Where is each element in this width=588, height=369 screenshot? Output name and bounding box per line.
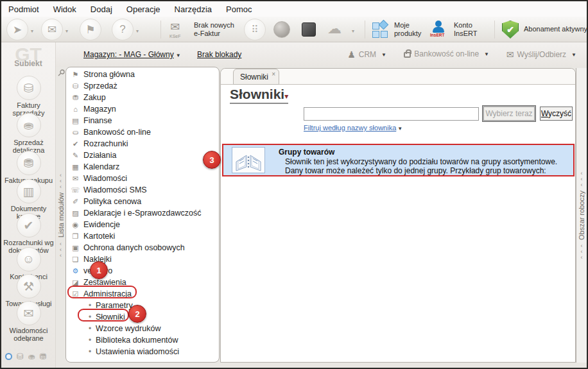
annotation-box-slowniki: [78, 309, 129, 322]
help-button[interactable]: ?: [112, 19, 134, 40]
slownik-search-input[interactable]: [304, 107, 479, 121]
bullet-icon: •: [87, 324, 93, 333]
navigate-caret-icon[interactable]: ▾: [31, 28, 33, 34]
tab-slowniki[interactable]: Słowniki ×: [233, 69, 279, 85]
shield-check-icon: ✔: [506, 24, 514, 35]
toolbar-separator: [494, 21, 495, 39]
tab-close-icon[interactable]: ×: [272, 71, 275, 78]
module-item-naklejki[interactable]: ❏Naklejki: [66, 253, 219, 265]
konto-insert-icon[interactable]: InsERT: [430, 21, 447, 37]
module-item-wiadomosci[interactable]: ✉Wiadomości: [66, 173, 219, 184]
workspace-strip[interactable]: ‹ ‹ ‹ Obszar roboczy ‹ ‹ ‹: [576, 68, 587, 363]
module-item-magazyn[interactable]: ⌂Magazyn: [66, 103, 219, 115]
menu-pomoc[interactable]: Pomoc: [219, 4, 259, 14]
module-item-deklaracje[interactable]: ▨Deklaracje i e-Sprawozdawczość: [66, 207, 219, 219]
filter-link[interactable]: Filtruj według nazwy słownika▼: [304, 124, 402, 132]
module-item-bankowosc[interactable]: ⛀Bankowość on-line: [66, 126, 219, 138]
module-item-ewidencje[interactable]: ◉Ewidencje: [66, 219, 219, 230]
magazyn-selector[interactable]: Magazyn: - MAG - Główny▼: [83, 50, 181, 59]
collapse-chevron-icon: ‹: [60, 184, 62, 189]
purchase-icon: ⛃: [70, 94, 81, 102]
crm-icon: ♟: [347, 49, 356, 60]
module-item-biblioteka-dokumentow[interactable]: •Biblioteka dokumentów: [66, 334, 219, 346]
send-receive-icon: ✉: [506, 49, 514, 60]
main-toolbar: ➤ ▾ ✉ ▾ ⚑ ? ▾ ✉ KSeF Brak nowych e-Faktu…: [1, 17, 587, 42]
module-item-ochrona-danych[interactable]: ▣Ochrona danych osobowych: [66, 242, 219, 253]
menu-dodaj[interactable]: Dodaj: [83, 4, 119, 14]
mail-button[interactable]: ✉: [41, 19, 63, 40]
wyslij-odbierz-button[interactable]: ✉ Wyślij/Odbierz ▼: [506, 49, 576, 60]
efaktur-status-label: Brak nowych e-Faktur: [194, 21, 239, 38]
basket-icon: ⛂: [17, 113, 41, 137]
module-item-wzorce-wydrukow[interactable]: •Wzorce wydruków: [66, 323, 219, 334]
module-list-strip[interactable]: ‹ ‹ ‹ Lista modułów ‹ ‹ ‹: [56, 68, 65, 363]
page-title[interactable]: Słowniki▾: [230, 87, 288, 104]
konto-insert-label[interactable]: Konto InsERT: [454, 21, 483, 38]
cube-icon[interactable]: [302, 22, 316, 37]
sidebar-item-faktury-sprzedazy[interactable]: ⛁ Faktury sprzedaży: [1, 76, 56, 117]
home-icon: ⚑: [70, 71, 81, 79]
cloud-icon[interactable]: ☁: [327, 21, 342, 37]
globe-icon[interactable]: [273, 21, 290, 38]
context-toolbar: Magazyn: - MAG - Główny▼ Brak blokady ♟ …: [56, 42, 587, 67]
sms-icon: ☏: [70, 186, 81, 194]
lock-icon: [404, 52, 411, 58]
insert-badge: InsERT: [430, 33, 444, 37]
module-item-wiadomosci-sms[interactable]: ☏Wiadomości SMS: [66, 184, 219, 196]
crm-button[interactable]: ♟ CRM ▼: [347, 49, 386, 60]
dots-icon: ⠿: [252, 24, 259, 35]
help-icon: ?: [119, 23, 125, 36]
module-item-finanse[interactable]: ▤Finanse: [66, 115, 219, 126]
module-item-vendero[interactable]: ⚙vendero: [66, 265, 219, 277]
module-item-sprzedaz[interactable]: ⛁Sprzedaż: [66, 80, 219, 92]
ksef-envelope-icon: ✉: [170, 20, 180, 34]
mail-caret-icon[interactable]: ▾: [65, 28, 68, 34]
collapse-chevron-icon: ‹: [60, 241, 62, 246]
module-item-ustawienia-wiadomosci[interactable]: •Ustawienia wiadomości: [66, 346, 219, 357]
abonament-shield-icon[interactable]: ✔: [502, 21, 519, 39]
wybierz-teraz-button[interactable]: Wybierz teraz: [482, 105, 536, 122]
collapse-chevron-icon: ‹: [581, 176, 583, 182]
slownik-entry-grupy-towarow[interactable]: Grupy towarów Słownik ten jest wykorzyst…: [222, 144, 575, 176]
moje-produkty-icon[interactable]: [372, 21, 389, 38]
mini-boxes-icon[interactable]: ⛃: [40, 352, 47, 361]
sidebar-item-sprzedaz-detaliczna[interactable]: ⛂ Sprzedaż detaliczna: [1, 113, 56, 154]
check-docs-icon: ✔: [17, 213, 41, 237]
abonament-label[interactable]: Abonament aktywny: [524, 25, 588, 33]
module-item-dzialania[interactable]: ✎Działania: [66, 150, 219, 161]
mini-coins-icon[interactable]: ⛁: [17, 352, 24, 361]
menu-operacje[interactable]: Operacje: [119, 4, 168, 14]
services-button[interactable]: ⠿: [244, 19, 266, 40]
cloud-caret-icon[interactable]: ▾: [352, 28, 354, 34]
flag-button[interactable]: ⚑: [80, 19, 101, 40]
records-icon: ◉: [70, 221, 81, 229]
sidebar-overflow-arrow[interactable]: ▼: [1, 337, 55, 343]
bankowosc-button[interactable]: Bankowość on-line ▼: [404, 49, 489, 58]
settlements-icon: ✔: [70, 140, 81, 148]
brak-blokady-link[interactable]: Brak blokady: [197, 50, 241, 59]
sidebar-item-wiadomosci-odebrane[interactable]: ✉ Wiadomości odebrane: [1, 301, 56, 342]
collapse-chevron-icon: ‹: [60, 178, 62, 184]
module-item-kalendarz[interactable]: ▦Kalendarz: [66, 161, 219, 173]
sidebar: GT Subiekt ⛁ Faktury sprzedaży ⛂ Sprzeda…: [1, 42, 56, 368]
wyczysc-button[interactable]: Wyczyść: [540, 107, 573, 121]
labels-icon: ❏: [70, 255, 81, 264]
help-caret-icon[interactable]: ▾: [136, 28, 139, 34]
navigate-button[interactable]: ➤: [6, 19, 28, 40]
mini-basket-icon[interactable]: ⛂: [28, 352, 35, 361]
module-item-polityka-cenowa[interactable]: ✐Polityka cenowa: [66, 196, 219, 207]
module-item-kartoteki[interactable]: ❐Kartoteki: [66, 230, 219, 242]
module-item-zakup[interactable]: ⛃Zakup: [66, 92, 219, 103]
dictionary-book-icon: [232, 147, 265, 173]
ksef-button[interactable]: ✉ KSeF: [169, 20, 181, 39]
menu-narzedzia[interactable]: Narzędzia: [168, 4, 220, 14]
module-item-strona-glowna[interactable]: ⚑Strona główna: [66, 69, 219, 80]
menu-podmiot[interactable]: Podmiot: [1, 4, 46, 14]
workspace-strip-label: Obszar roboczy: [578, 191, 585, 240]
module-item-rozrachunki[interactable]: ✔Rozrachunki: [66, 138, 219, 150]
card-file-icon: ❐: [70, 232, 81, 241]
menu-widok[interactable]: Widok: [46, 4, 83, 14]
active-module-icon[interactable]: [5, 353, 12, 360]
moje-produkty-label[interactable]: Moje produkty: [394, 21, 428, 38]
entry-description-line1: Słownik ten jest wykorzystywany do podzi…: [285, 157, 557, 166]
